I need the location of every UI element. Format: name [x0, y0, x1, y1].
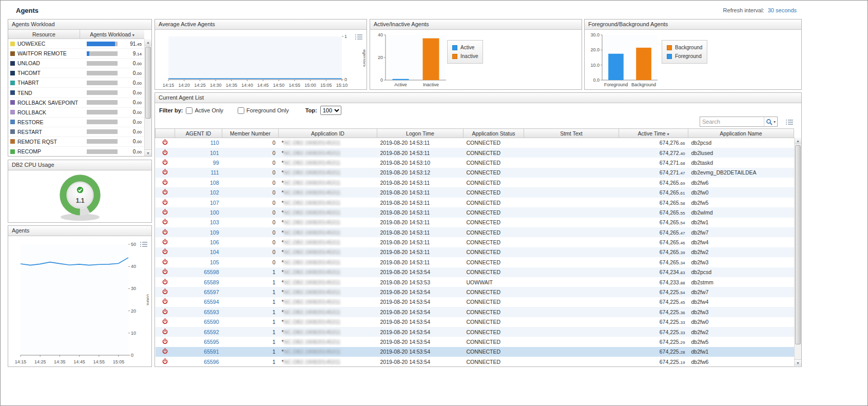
top-select[interactable]: 100: [320, 106, 341, 115]
col-header-agents-workload[interactable]: Agents Workload ▾: [80, 30, 144, 38]
col-header-app[interactable]: Application ID: [279, 129, 377, 138]
force-agent-button[interactable]: [162, 189, 168, 195]
agent-id-link[interactable]: 65591: [204, 349, 219, 355]
force-agent-button[interactable]: [162, 239, 168, 245]
agent-id-link[interactable]: 65592: [204, 329, 219, 335]
active-only-checkbox[interactable]: [186, 107, 192, 114]
agent-row[interactable]: 1110*NC.DB2.1908201453112019-08-20 14:53…: [156, 168, 794, 178]
agent-id-link[interactable]: 65590: [204, 319, 219, 325]
agent-row[interactable]: 1050*NC.DB2.1908201453112019-08-20 14:53…: [156, 257, 794, 267]
foreground-only-checkbox[interactable]: [238, 107, 244, 114]
force-agent-button[interactable]: [162, 139, 168, 145]
agent-id-link[interactable]: 105: [210, 259, 219, 265]
force-agent-button[interactable]: [162, 149, 168, 156]
force-agent-button[interactable]: [162, 308, 168, 315]
agent-id-link[interactable]: 104: [210, 249, 219, 255]
agent-id-link[interactable]: 99: [213, 160, 219, 166]
agent-id-link[interactable]: 65593: [204, 309, 219, 315]
agent-row[interactable]: 655891*NC.DB2.1908201453112019-08-20 14:…: [156, 277, 794, 287]
force-agent-button[interactable]: [162, 358, 168, 364]
agent-id-link[interactable]: 111: [211, 169, 219, 176]
force-agent-button[interactable]: [162, 199, 168, 205]
agent-row[interactable]: 655911*NC.DB2.1908201453112019-08-20 14:…: [156, 347, 794, 357]
col-header-aname[interactable]: Application Name: [688, 129, 794, 138]
force-agent-button[interactable]: [162, 268, 168, 275]
workload-row[interactable]: REMOTE RQST0.00: [8, 137, 144, 147]
col-header-logon[interactable]: Logon Time: [377, 129, 464, 138]
chart-options-icon[interactable]: [140, 240, 147, 249]
agent-row[interactable]: 1060*NC.DB2.1908201453112019-08-20 14:53…: [156, 237, 794, 247]
workload-row[interactable]: TEND0.00: [8, 88, 144, 98]
force-agent-button[interactable]: [162, 219, 168, 225]
agent-id-link[interactable]: 102: [210, 189, 219, 196]
force-agent-button[interactable]: [162, 179, 168, 185]
force-agent-button[interactable]: [162, 229, 168, 235]
col-header-stmt[interactable]: Stmt Text: [524, 129, 619, 138]
scroll-thumb[interactable]: [145, 47, 151, 119]
agent-id-link[interactable]: 65589: [204, 279, 219, 285]
force-agent-button[interactable]: [162, 318, 168, 324]
col-header-mem[interactable]: Member Number: [222, 129, 279, 138]
force-agent-button[interactable]: [162, 298, 168, 304]
agent-id-link[interactable]: 107: [210, 200, 219, 206]
search-button[interactable]: ▾: [764, 117, 777, 126]
col-header-id[interactable]: AGENT ID: [175, 129, 222, 138]
active-only-label[interactable]: Active Only: [195, 107, 223, 113]
workload-row[interactable]: ROLLBACK SAVEPOINT0.00: [8, 98, 144, 108]
agent-row[interactable]: 1000*NC.DB2.1908201453112019-08-20 14:53…: [156, 207, 794, 217]
workload-row[interactable]: THABRT0.00: [8, 78, 144, 88]
agent-row[interactable]: 990*NC.DB2.1908201453112019-08-20 14:53:…: [156, 158, 794, 167]
agent-id-link[interactable]: 65596: [204, 359, 219, 365]
agent-row[interactable]: 1100*NC.DB2.1908201453112019-08-20 14:53…: [156, 138, 794, 148]
scroll-down-icon[interactable]: ▼: [795, 359, 801, 366]
table-options-icon[interactable]: [786, 118, 793, 127]
workload-row[interactable]: THCOMT0.00: [8, 68, 144, 78]
scroll-up-icon[interactable]: ▲: [145, 39, 151, 46]
force-agent-button[interactable]: [162, 209, 168, 215]
col-header-status[interactable]: Application Status: [464, 129, 524, 138]
agent-id-link[interactable]: 110: [210, 140, 219, 146]
agent-id-link[interactable]: 106: [210, 239, 219, 245]
force-agent-button[interactable]: [162, 328, 168, 335]
agent-row[interactable]: 1020*NC.DB2.1908201453112019-08-20 14:53…: [156, 187, 794, 197]
agent-id-link[interactable]: 108: [210, 180, 219, 186]
workload-row[interactable]: RESTORE0.00: [8, 118, 144, 127]
agent-id-link[interactable]: 100: [210, 209, 219, 216]
agent-row[interactable]: 1040*NC.DB2.1908201453112019-08-20 14:53…: [156, 247, 794, 257]
agent-row[interactable]: 1010*NC.DB2.1908201453112019-08-20 14:53…: [156, 148, 794, 158]
agent-row[interactable]: 1070*NC.DB2.1908201453112019-08-20 14:53…: [156, 198, 794, 207]
force-agent-button[interactable]: [162, 338, 168, 344]
force-agent-button[interactable]: [162, 348, 168, 354]
force-agent-button[interactable]: [162, 288, 168, 295]
foreground-only-label[interactable]: Foreground Only: [246, 107, 289, 113]
col-header-resource[interactable]: Resource: [8, 30, 80, 38]
agent-row[interactable]: 655951*NC.DB2.1908201453112019-08-20 14:…: [156, 337, 794, 346]
force-agent-button[interactable]: [162, 259, 168, 265]
agent-row[interactable]: 655921*NC.DB2.1908201453112019-08-20 14:…: [156, 327, 794, 337]
agent-row[interactable]: 655961*NC.DB2.1908201453112019-08-20 14:…: [156, 357, 794, 366]
force-agent-button[interactable]: [162, 169, 168, 175]
agent-id-link[interactable]: 65597: [204, 289, 219, 295]
agent-row[interactable]: 1090*NC.DB2.1908201453112019-08-20 14:53…: [156, 227, 794, 237]
agent-row[interactable]: 655901*NC.DB2.1908201453112019-08-20 14:…: [156, 317, 794, 327]
table-scrollbar[interactable]: ▲ ▼: [794, 138, 801, 366]
scroll-thumb[interactable]: [795, 145, 801, 344]
workload-row[interactable]: UOWEXEC91.45: [8, 39, 144, 49]
workload-row[interactable]: ROLLBACK0.00: [8, 108, 144, 118]
force-agent-button[interactable]: [162, 248, 168, 255]
agent-id-link[interactable]: 101: [210, 150, 219, 156]
scroll-down-icon[interactable]: ▼: [145, 149, 151, 156]
agent-row[interactable]: 655971*NC.DB2.1908201453112019-08-20 14:…: [156, 287, 794, 297]
force-agent-button[interactable]: [162, 279, 168, 285]
col-header-atime[interactable]: Active Time ▾: [619, 129, 688, 138]
agent-row[interactable]: 1080*NC.DB2.1908201453112019-08-20 14:53…: [156, 178, 794, 187]
agent-row[interactable]: 1030*NC.DB2.1908201453112019-08-20 14:53…: [156, 218, 794, 227]
scroll-up-icon[interactable]: ▲: [795, 138, 801, 144]
agent-row[interactable]: 655981*NC.DB2.1908201453112019-08-20 14:…: [156, 267, 794, 277]
workload-row[interactable]: WAITFOR REMOTE9.14: [8, 49, 144, 59]
workload-row[interactable]: RESTART0.00: [8, 127, 144, 137]
workload-scrollbar[interactable]: ▲ ▼: [144, 39, 151, 156]
agent-id-link[interactable]: 109: [210, 229, 219, 236]
refresh-interval-value[interactable]: 30 seconds: [768, 7, 797, 13]
search-input[interactable]: [700, 119, 764, 125]
